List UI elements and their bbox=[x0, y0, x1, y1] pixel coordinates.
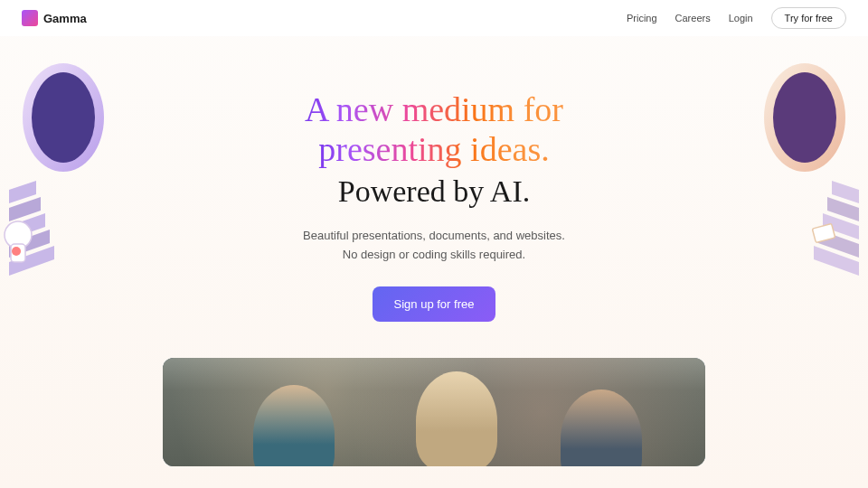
illustration-portal-right bbox=[732, 63, 868, 316]
signup-button[interactable]: Sign up for free bbox=[373, 286, 496, 322]
nav: Pricing Careers Login Try for free bbox=[627, 7, 846, 29]
subtitle-line2: No design or coding skills required. bbox=[343, 248, 525, 261]
svg-point-4 bbox=[12, 247, 21, 256]
headline-line1: A new medium for bbox=[305, 90, 563, 128]
svg-point-1 bbox=[32, 72, 95, 163]
video-person-3 bbox=[561, 389, 642, 466]
nav-login[interactable]: Login bbox=[729, 13, 753, 23]
svg-point-6 bbox=[773, 72, 836, 163]
header: Gamma Pricing Careers Login Try for free bbox=[0, 0, 868, 36]
headline-line2: presenting ideas. bbox=[318, 130, 549, 168]
gamma-logo-icon bbox=[22, 10, 38, 26]
illustration-portal-left bbox=[0, 63, 136, 316]
nav-careers[interactable]: Careers bbox=[675, 13, 711, 23]
nav-pricing[interactable]: Pricing bbox=[627, 13, 657, 23]
video-preview[interactable] bbox=[163, 358, 705, 466]
subtitle-line1: Beautiful presentations, documents, and … bbox=[303, 229, 565, 242]
hero-section: A new medium for presenting ideas. Power… bbox=[0, 36, 868, 466]
try-free-button[interactable]: Try for free bbox=[771, 7, 846, 29]
video-thumbnail-image bbox=[163, 358, 705, 466]
video-person-1 bbox=[253, 385, 335, 466]
logo-text: Gamma bbox=[43, 12, 87, 25]
video-person-2 bbox=[416, 371, 497, 466]
logo[interactable]: Gamma bbox=[22, 10, 87, 26]
